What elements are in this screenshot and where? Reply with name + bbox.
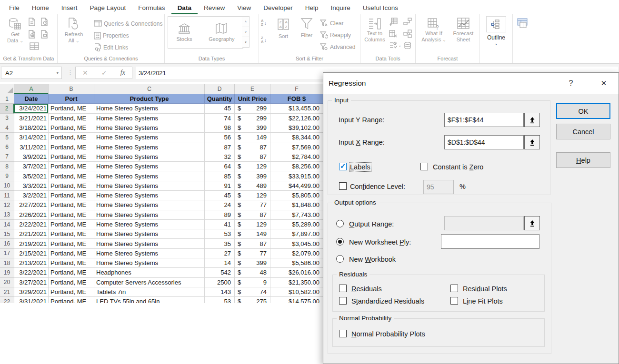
line-fit-plots-label[interactable]: Line Fit Plots [463, 297, 503, 305]
row-number[interactable]: 10 [0, 181, 14, 191]
cell-quantity[interactable]: 14 [205, 258, 235, 268]
tab-file[interactable]: File [3, 2, 26, 15]
new-workbook-radio[interactable] [336, 255, 344, 263]
cell-fob[interactable]: $8,256.00 [270, 162, 323, 171]
dialog-help-icon[interactable]: ? [561, 73, 580, 94]
gallery-scrollbar[interactable]: ˄ ˅ ▾ [242, 16, 250, 48]
gallery-scroll-down-icon[interactable]: ˅ [242, 27, 249, 38]
cell-quantity[interactable]: 74 [205, 114, 235, 123]
cell-product[interactable]: Home Stereo Systems [94, 191, 205, 200]
reapply-filter-button[interactable]: Reapply [320, 31, 351, 39]
cell-port[interactable]: Portland, ME [49, 239, 94, 248]
cell-port[interactable]: Portland, ME [49, 191, 94, 200]
cell-date[interactable]: 2/26/2021 [14, 210, 49, 220]
normal-probability-plots-label[interactable]: Normal Probability Plots [351, 330, 425, 338]
row-number[interactable]: 22 [0, 297, 14, 303]
row-number[interactable]: 2 [0, 104, 14, 113]
cell-product[interactable]: Home Stereo Systems [94, 114, 205, 123]
cell-port[interactable]: Portland, ME [49, 278, 94, 287]
cell-quantity[interactable]: 143 [205, 287, 235, 297]
gallery-scroll-up-icon[interactable]: ˄ [242, 17, 249, 27]
header-cell[interactable]: Unit Price [235, 94, 270, 104]
row-number[interactable]: 17 [0, 249, 14, 258]
cell-product[interactable]: Home Stereo Systems [94, 123, 205, 133]
new-worksheet-ply-label[interactable]: New Worksheet Ply: [349, 238, 411, 246]
tab-useful-icons[interactable]: Useful Icons [357, 2, 404, 15]
cell-quantity[interactable]: 53 [205, 297, 235, 303]
column-header-d[interactable]: D [205, 84, 235, 94]
cell-product[interactable]: Headphones [94, 268, 205, 277]
row-number[interactable]: 19 [0, 268, 14, 277]
cell-port[interactable]: Portland, ME [49, 171, 94, 181]
cell-quantity[interactable]: 24 [205, 200, 235, 210]
cell-quantity[interactable]: 41 [205, 220, 235, 229]
tab-formulas[interactable]: Formulas [132, 2, 171, 15]
row-number[interactable]: 3 [0, 114, 14, 123]
cell-port[interactable]: Portland, ME [49, 297, 94, 303]
cell-quantity[interactable]: 35 [205, 239, 235, 248]
row-number[interactable]: 20 [0, 278, 14, 287]
name-box-dropdown-icon[interactable]: ▾ [56, 70, 59, 75]
input-y-range-collapse-button[interactable] [524, 113, 540, 127]
row-number[interactable]: 11 [0, 191, 14, 200]
cell-date[interactable]: 3/5/2021 [14, 171, 49, 181]
cell-product[interactable]: Home Stereo Systems [94, 229, 205, 239]
cell-port[interactable]: Portland, ME [49, 200, 94, 210]
cell-unit-price[interactable]: $77 [235, 200, 270, 210]
tab-help[interactable]: Help [299, 2, 325, 15]
cell-unit-price[interactable]: $87 [235, 210, 270, 220]
cell-port[interactable]: Portland, ME [49, 181, 94, 191]
from-text-csv-button[interactable] [28, 18, 36, 26]
cell-fob[interactable]: $5,586.00 [270, 258, 323, 268]
text-to-columns-button[interactable]: Text to Columns [362, 17, 387, 43]
row-number[interactable]: 5 [0, 133, 14, 142]
row-number[interactable]: 13 [0, 210, 14, 220]
cell-product[interactable]: Home Stereo Systems [94, 162, 205, 171]
residuals-checkbox[interactable] [339, 285, 347, 292]
input-x-range-field[interactable]: $D$1:$D$44 [444, 135, 524, 149]
cell-quantity[interactable]: 64 [205, 162, 235, 171]
residual-plots-label[interactable]: Residual Plots [463, 285, 507, 293]
tab-insert[interactable]: Insert [55, 2, 84, 15]
cell-product[interactable]: Home Stereo Systems [94, 239, 205, 248]
cell-date[interactable]: 2/22/2021 [14, 220, 49, 229]
cell-unit-price[interactable]: $149 [235, 133, 270, 142]
tab-home[interactable]: Home [26, 2, 55, 15]
from-table-range-button[interactable] [30, 42, 38, 50]
data-validation-button[interactable] [389, 41, 398, 50]
cell-date[interactable]: 2/15/2021 [14, 249, 49, 258]
consolidate-button[interactable] [403, 18, 412, 26]
cell-quantity[interactable]: 85 [205, 171, 235, 181]
cell-unit-price[interactable]: $129 [235, 220, 270, 229]
cell-port[interactable]: Portland, ME [49, 114, 94, 123]
manage-data-model-button[interactable] [403, 41, 412, 50]
tab-developer[interactable]: Developer [257, 2, 299, 15]
cell-quantity[interactable]: 98 [205, 123, 235, 133]
line-fit-plots-checkbox[interactable] [450, 297, 458, 305]
cell-unit-price[interactable]: $48 [235, 268, 270, 277]
cell-date[interactable]: 3/11/2021 [14, 142, 49, 152]
cell-unit-price[interactable]: $87 [235, 239, 270, 248]
cell-fob[interactable]: $1,848.00 [270, 200, 323, 210]
cell-fob[interactable]: $10,582.00 [270, 287, 323, 297]
properties-button[interactable]: Properties [94, 32, 129, 39]
cell-fob[interactable]: $3,045.00 [270, 239, 323, 248]
cell-port[interactable]: Portland, ME [49, 287, 94, 297]
cell-unit-price[interactable]: $399 [235, 171, 270, 181]
cell-unit-price[interactable]: $299 [235, 114, 270, 123]
cell-fob[interactable]: $39,102.00 [270, 123, 323, 133]
cell-date[interactable]: 3/27/2021 [14, 278, 49, 287]
header-cell[interactable]: Date [14, 94, 49, 104]
cell-unit-price[interactable]: $87 [235, 142, 270, 152]
remove-duplicates-button[interactable] [389, 30, 398, 38]
cell-quantity[interactable]: 542 [205, 268, 235, 277]
recent-sources-button[interactable] [40, 18, 49, 26]
cell-port[interactable]: Portland, ME [49, 258, 94, 268]
tab-view[interactable]: View [231, 2, 257, 15]
cell-date[interactable]: 3/18/2021 [14, 123, 49, 133]
cell-product[interactable]: Home Stereo Systems [94, 104, 205, 113]
residuals-label[interactable]: Residuals [351, 285, 382, 293]
tab-inquire[interactable]: Inquire [325, 2, 357, 15]
column-header-f[interactable]: F [270, 84, 323, 94]
cell-date[interactable]: 3/24/2021 [14, 104, 49, 113]
